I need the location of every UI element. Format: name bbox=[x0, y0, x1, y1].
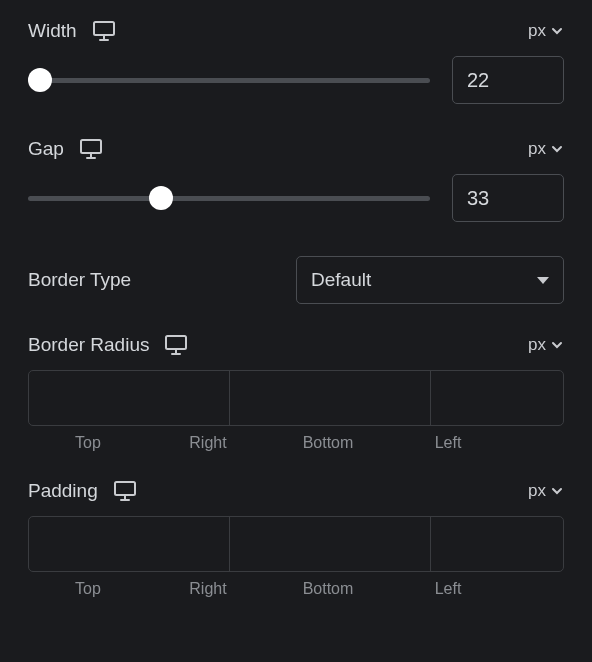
width-unit-select[interactable]: px bbox=[528, 21, 564, 41]
padding-bottom-caption: Bottom bbox=[268, 580, 388, 598]
svg-rect-2 bbox=[166, 336, 186, 349]
desktop-icon[interactable] bbox=[114, 481, 136, 501]
border-radius-left-caption: Left bbox=[388, 434, 508, 452]
border-type-value: Default bbox=[311, 269, 371, 291]
border-radius-unit-select[interactable]: px bbox=[528, 335, 564, 355]
border-radius-bottom-caption: Bottom bbox=[268, 434, 388, 452]
gap-slider[interactable] bbox=[28, 186, 430, 210]
padding-bottom-input[interactable] bbox=[431, 517, 564, 571]
border-radius-top-input[interactable] bbox=[29, 371, 230, 425]
border-radius-right-caption: Right bbox=[148, 434, 268, 452]
gap-unit-text: px bbox=[528, 139, 546, 159]
border-radius-unit-text: px bbox=[528, 335, 546, 355]
gap-label: Gap bbox=[28, 138, 64, 160]
padding-unit-select[interactable]: px bbox=[528, 481, 564, 501]
border-radius-bottom-input[interactable] bbox=[431, 371, 564, 425]
padding-top-input[interactable] bbox=[29, 517, 230, 571]
desktop-icon[interactable] bbox=[80, 139, 102, 159]
padding-top-caption: Top bbox=[28, 580, 148, 598]
border-type-label: Border Type bbox=[28, 269, 131, 291]
chevron-down-icon bbox=[550, 142, 564, 156]
svg-rect-0 bbox=[94, 22, 114, 35]
border-radius-top-caption: Top bbox=[28, 434, 148, 452]
svg-rect-1 bbox=[81, 140, 101, 153]
chevron-down-icon bbox=[550, 338, 564, 352]
desktop-icon[interactable] bbox=[93, 21, 115, 41]
padding-right-input[interactable] bbox=[230, 517, 431, 571]
padding-right-caption: Right bbox=[148, 580, 268, 598]
gap-input[interactable] bbox=[452, 174, 564, 222]
gap-slider-thumb[interactable] bbox=[149, 186, 173, 210]
gap-unit-select[interactable]: px bbox=[528, 139, 564, 159]
border-radius-right-input[interactable] bbox=[230, 371, 431, 425]
width-input[interactable] bbox=[452, 56, 564, 104]
chevron-down-icon bbox=[550, 24, 564, 38]
svg-rect-3 bbox=[115, 482, 135, 495]
width-slider-thumb[interactable] bbox=[28, 68, 52, 92]
width-label: Width bbox=[28, 20, 77, 42]
chevron-down-icon bbox=[550, 484, 564, 498]
width-slider[interactable] bbox=[28, 68, 430, 92]
width-unit-text: px bbox=[528, 21, 546, 41]
border-type-select[interactable]: Default bbox=[296, 256, 564, 304]
desktop-icon[interactable] bbox=[165, 335, 187, 355]
padding-unit-text: px bbox=[528, 481, 546, 501]
dropdown-caret-icon bbox=[537, 277, 549, 284]
padding-left-caption: Left bbox=[388, 580, 508, 598]
border-radius-label: Border Radius bbox=[28, 334, 149, 356]
padding-label: Padding bbox=[28, 480, 98, 502]
